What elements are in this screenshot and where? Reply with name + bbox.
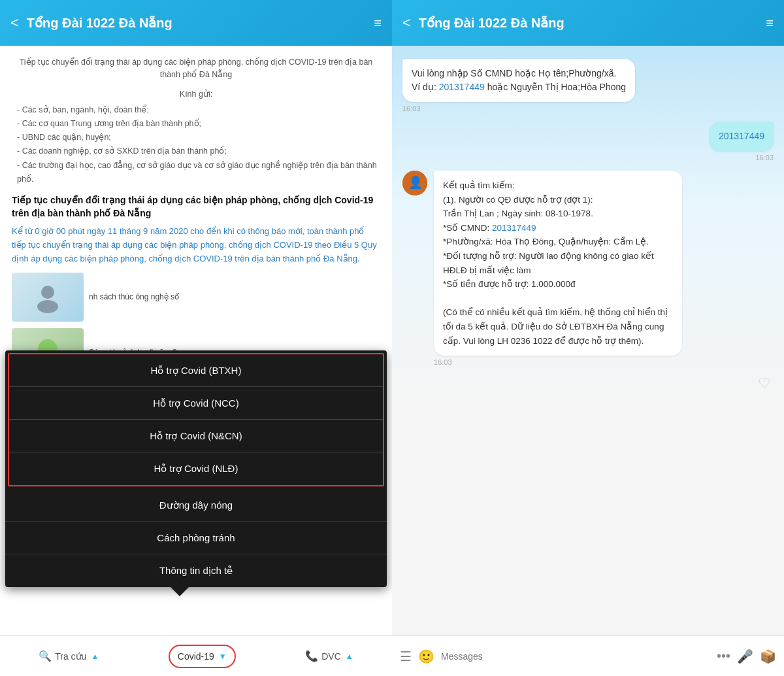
menu-item-btxh[interactable]: Hỗ trợ Covid (BTXH) bbox=[9, 354, 383, 387]
menu-item-ncc[interactable]: Hỗ trợ Covid (NCC) bbox=[9, 387, 383, 420]
list-item: - Các sở, ban, ngành, hội, đoàn thể; bbox=[17, 103, 380, 117]
list-item: - UBND các quận, huyện; bbox=[17, 131, 380, 144]
bot-message-1: Vui lòng nhập Số CMND hoặc Họ tên;Phường… bbox=[402, 59, 774, 112]
user-message-1: 201317449 16:03 bbox=[402, 122, 774, 161]
bot-bubble-2: Kết quả tìm kiếm: (1). Người có QĐ được … bbox=[434, 171, 682, 356]
left-header: < Tổng Đài 1022 Đà Nẵng ≡ bbox=[0, 0, 392, 46]
tab-tra-cuu[interactable]: 🔍 Tra cứu ▲ bbox=[31, 645, 106, 668]
dropdown-overlay: Hỗ trợ Covid (BTXH) Hỗ trợ Covid (NCC) H… bbox=[0, 350, 392, 596]
doc-body-blue: Kể từ 0 giờ 00 phút ngày 11 tháng 9 năm … bbox=[12, 225, 380, 265]
left-back-button[interactable]: < bbox=[10, 14, 19, 31]
svg-point-1 bbox=[37, 300, 58, 313]
menu-item-prevention[interactable]: Cách phòng tránh bbox=[5, 522, 387, 554]
bot-avatar: 👤 bbox=[402, 171, 427, 195]
msg-time-1: 16:03 bbox=[402, 105, 635, 112]
tab-covid19-label: Covid-19 bbox=[178, 651, 214, 662]
phone-icon: 📞 bbox=[305, 650, 318, 662]
doc-header-text: Tiếp tục chuyển đổi trạng thái áp dụng c… bbox=[12, 56, 380, 81]
bot-message-2: 👤 Kết quả tìm kiếm: (1). Người có QĐ đượ… bbox=[402, 171, 774, 366]
user-bubble-1: 201317449 bbox=[710, 122, 774, 151]
right-bottom-bar: ☰ 🙂 ••• 🎤 📦 bbox=[392, 635, 784, 676]
bot-message-2-content: Kết quả tìm kiếm: (1). Người có QĐ được … bbox=[434, 171, 682, 366]
result-text: Kết quả tìm kiếm: (1). Người có QĐ được … bbox=[443, 178, 673, 348]
mic-icon[interactable]: 🎤 bbox=[737, 649, 753, 664]
left-menu-icon[interactable]: ≡ bbox=[374, 16, 382, 31]
tab-dvc[interactable]: 📞 DVC ▲ bbox=[297, 645, 361, 668]
chevron-down-icon: ▼ bbox=[219, 652, 227, 661]
example-id-1: 201317449 bbox=[439, 82, 485, 92]
tab-dvc-label: DVC bbox=[321, 651, 341, 662]
menu-item-nld[interactable]: Hỗ trợ Covid (NLĐ) bbox=[9, 452, 383, 485]
list-item: - Các trường đại học, cao đẳng, cơ sở gi… bbox=[17, 159, 380, 187]
menu-list-icon[interactable]: ☰ bbox=[400, 649, 412, 664]
right-panel: < Tổng Đài 1022 Đà Nẵng ≡ Vui lòng nhập … bbox=[392, 0, 784, 676]
search-icon: 🔍 bbox=[39, 650, 52, 662]
chevron-up-icon-dvc: ▲ bbox=[346, 652, 353, 661]
left-content: Tiếp tục chuyển đổi trạng thái áp dụng c… bbox=[0, 46, 392, 635]
chat-content: Vui lòng nhập Số CMND hoặc Họ tên;Phường… bbox=[392, 46, 784, 635]
message-input[interactable] bbox=[441, 651, 710, 662]
msg-time-3: 16:03 bbox=[434, 358, 682, 366]
list-item: - Các doanh nghiệp, cơ sở SXKD trên địa … bbox=[17, 144, 380, 158]
doc-title-bold: Tiếp tục chuyển đổi trạng thái áp dụng c… bbox=[12, 194, 380, 220]
image-text-1: nh sách thúc ông nghệ số bbox=[89, 273, 380, 322]
covid-support-group: Hỗ trợ Covid (BTXH) Hỗ trợ Covid (NCC) H… bbox=[8, 353, 384, 486]
bot-bubble-1: Vui lòng nhập Số CMND hoặc Họ tên;Phường… bbox=[402, 59, 635, 102]
svg-text:👤: 👤 bbox=[408, 175, 423, 190]
doc-kinh-gui: Kính gửi: bbox=[12, 88, 380, 101]
menu-item-hotline[interactable]: Đường dây nóng bbox=[5, 489, 387, 522]
chevron-up-icon: ▲ bbox=[91, 652, 99, 661]
user-text-1: 201317449 bbox=[719, 131, 764, 141]
right-header: < Tổng Đài 1022 Đà Nẵng ≡ bbox=[392, 0, 784, 46]
msg-time-2: 16:03 bbox=[755, 154, 774, 161]
menu-item-ncn[interactable]: Hỗ trợ Covid (N&CN) bbox=[9, 420, 383, 452]
right-header-title: Tổng Đài 1022 Đà Nẵng bbox=[419, 15, 766, 31]
right-menu-icon[interactable]: ≡ bbox=[766, 16, 774, 31]
svg-point-0 bbox=[41, 286, 54, 299]
result-cmnd: 201317449 bbox=[492, 223, 536, 233]
dots-icon[interactable]: ••• bbox=[717, 649, 730, 664]
bot-text-1: Vui lòng nhập Số CMND hoặc Họ tên;Phường… bbox=[412, 68, 626, 92]
storage-icon[interactable]: 📦 bbox=[760, 649, 776, 664]
dropdown-arrow bbox=[171, 587, 189, 596]
left-header-title: Tổng Đài 1022 Đà Nẵng bbox=[27, 15, 374, 31]
tab-tra-cuu-label: Tra cứu bbox=[55, 651, 86, 662]
left-bottom-bar: 🔍 Tra cứu ▲ Covid-19 ▼ 📞 DVC ▲ bbox=[0, 635, 392, 676]
tab-covid19[interactable]: Covid-19 ▼ bbox=[169, 645, 236, 668]
heart-icon[interactable]: ♡ bbox=[758, 375, 774, 392]
left-panel: < Tổng Đài 1022 Đà Nẵng ≡ Tiếp tục chuyể… bbox=[0, 0, 392, 676]
doc-list: - Các sở, ban, ngành, hội, đoàn thể; - C… bbox=[12, 103, 380, 187]
right-back-button[interactable]: < bbox=[402, 14, 411, 31]
image-thumb-1 bbox=[12, 273, 84, 322]
menu-item-epidemic-info[interactable]: Thông tin dịch tễ bbox=[5, 554, 387, 587]
dropdown-menu: Hỗ trợ Covid (BTXH) Hỗ trợ Covid (NCC) H… bbox=[5, 350, 387, 587]
emoji-icon[interactable]: 🙂 bbox=[418, 649, 434, 664]
image-row-1: nh sách thúc ông nghệ số bbox=[12, 273, 380, 322]
list-item: - Các cơ quan Trung ương trên địa bàn th… bbox=[17, 117, 380, 131]
bot-message-1-content: Vui lòng nhập Số CMND hoặc Họ tên;Phường… bbox=[402, 59, 635, 112]
